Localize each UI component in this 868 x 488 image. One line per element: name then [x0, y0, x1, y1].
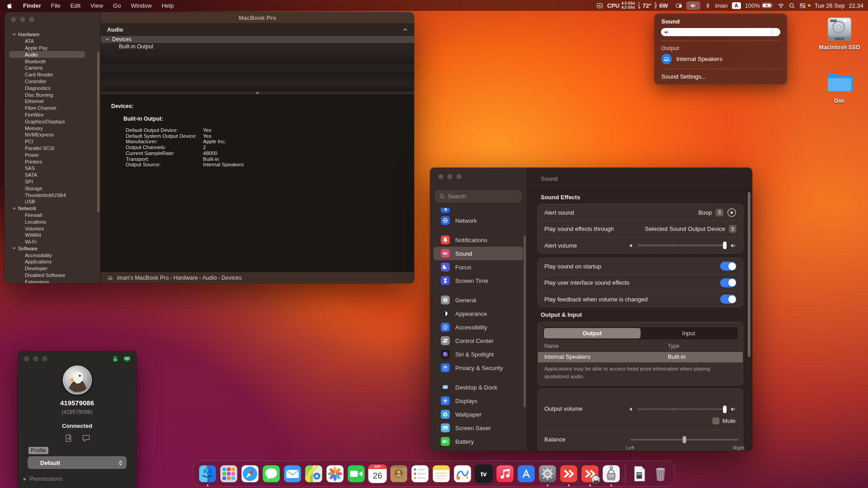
- menubar-time[interactable]: 22.34: [849, 2, 863, 9]
- sidebar-scrollbar[interactable]: [97, 52, 99, 212]
- dock-document[interactable]: [630, 465, 649, 483]
- sidebar-item-siri-spotlight[interactable]: Siri & Spotlight: [434, 347, 523, 361]
- dock-reminders[interactable]: [411, 465, 429, 483]
- window-controls[interactable]: [11, 17, 34, 22]
- dock-launchpad[interactable]: [220, 465, 238, 483]
- input-source-badge[interactable]: A: [732, 2, 741, 9]
- sysinfo-item-spi[interactable]: SPI: [5, 178, 99, 185]
- temperature-value[interactable]: 72°: [642, 2, 651, 9]
- zoom-button[interactable]: [456, 174, 462, 179]
- menu-finder[interactable]: Finder: [18, 2, 46, 9]
- zoom-button[interactable]: [29, 17, 34, 22]
- sidebar-item-sound[interactable]: Sound: [434, 247, 523, 260]
- profile-dropdown[interactable]: Default: [28, 456, 127, 469]
- slider-knob[interactable]: [683, 436, 686, 443]
- dock-freeform[interactable]: [453, 465, 472, 483]
- section-header[interactable]: Audio: [101, 23, 414, 36]
- tab-input[interactable]: Input: [641, 328, 737, 338]
- dock-mail[interactable]: [283, 465, 302, 483]
- bluetooth-icon[interactable]: [704, 2, 711, 9]
- dock-finder[interactable]: [198, 465, 217, 483]
- wifi-icon[interactable]: [778, 2, 784, 9]
- table-row-built-in-output[interactable]: Built-in Output: [101, 43, 414, 50]
- output-volume-slider[interactable]: [638, 408, 726, 410]
- chevron-up-icon[interactable]: [403, 27, 408, 32]
- sidebar-item-displays[interactable]: Displays: [434, 394, 523, 408]
- sysinfo-item-usb[interactable]: USB: [5, 198, 99, 205]
- sidebar-item-accessibility[interactable]: Accessibility: [434, 320, 523, 334]
- sysinfo-group-hardware[interactable]: Hardware: [5, 31, 99, 38]
- search-input[interactable]: Search: [435, 190, 521, 202]
- sysinfo-item-disc-burning[interactable]: Disc Burning: [5, 91, 99, 98]
- mute-checkbox[interactable]: [712, 418, 719, 424]
- sidebar-item-screen-time[interactable]: Screen Time: [434, 274, 523, 287]
- close-button[interactable]: [11, 17, 16, 22]
- sysinfo-item-fibre-channel[interactable]: Fibre Channel: [5, 105, 99, 112]
- sysinfo-group-software[interactable]: Software: [5, 245, 99, 252]
- minimize-button[interactable]: [447, 174, 453, 179]
- sysinfo-item-graphics-displays[interactable]: Graphics/Displays: [5, 118, 99, 125]
- sysinfo-item-power[interactable]: Power: [5, 151, 99, 158]
- minimize-button[interactable]: [20, 17, 25, 22]
- file-transfer-icon[interactable]: [64, 433, 73, 443]
- dock-messages[interactable]: [262, 465, 281, 483]
- window-controls[interactable]: [24, 356, 47, 361]
- sysinfo-item-ethernet[interactable]: Ethernet: [5, 98, 99, 105]
- volume-slider[interactable]: [661, 28, 780, 36]
- spotlight-search-icon[interactable]: [788, 2, 795, 9]
- sound-menu-icon[interactable]: [686, 1, 700, 10]
- table-row-devices[interactable]: Devices: [101, 36, 414, 43]
- sidebar-item-network[interactable]: Network: [434, 214, 523, 227]
- balance-slider[interactable]: [630, 439, 739, 441]
- apple-menu-icon[interactable]: [5, 2, 14, 9]
- sidebar-item-control-center[interactable]: Control Center: [434, 334, 523, 347]
- sidebar-item-desktop-dock[interactable]: Desktop & Dock: [434, 380, 523, 394]
- sysinfo-item-printers[interactable]: Printers: [5, 158, 99, 165]
- sysinfo-item-apple-pay[interactable]: Apple Pay: [5, 45, 99, 52]
- sidebar-item-appearance[interactable]: Appearance: [434, 307, 523, 320]
- sysinfo-item-ata[interactable]: ATA: [5, 38, 99, 45]
- alert-volume-slider[interactable]: [638, 244, 726, 246]
- dock-contacts[interactable]: [390, 465, 408, 483]
- sysinfo-item-locations[interactable]: Locations: [5, 218, 99, 225]
- toggle-switch[interactable]: [720, 278, 736, 287]
- sysinfo-item-card-reader[interactable]: Card Reader: [5, 71, 99, 78]
- sidebar-item-focus[interactable]: Focus: [434, 260, 523, 274]
- sidebar-item-battery[interactable]: Battery: [434, 435, 523, 448]
- sysinfo-item-accessibility[interactable]: Accessibility: [5, 252, 99, 258]
- sidebar-item-wallpaper[interactable]: Wallpaper: [434, 408, 523, 421]
- play-alert-button[interactable]: [727, 208, 736, 217]
- sysinfo-item-bluetooth[interactable]: Bluetooth: [5, 58, 99, 65]
- sysinfo-item-firewall[interactable]: Firewall: [5, 212, 99, 219]
- sysinfo-item-sas[interactable]: SAS: [5, 165, 99, 172]
- tab-output[interactable]: Output: [544, 328, 641, 338]
- desktop-icon-macintosh-ssd[interactable]: Macintosh SSD: [817, 14, 862, 51]
- dock-safari[interactable]: [241, 465, 259, 483]
- sidebar-scrollbar[interactable]: [524, 235, 526, 407]
- sysinfo-item-wi-fi[interactable]: Wi-Fi: [5, 239, 99, 245]
- sysinfo-item-nvmexpress[interactable]: NVMExpress: [5, 131, 99, 138]
- zoom-button[interactable]: [42, 356, 47, 361]
- sysinfo-item-applications[interactable]: Applications: [5, 258, 99, 265]
- device-table-row-selected[interactable]: Internal Speakers Built-in: [538, 352, 743, 362]
- sysinfo-item-memory[interactable]: Memory: [5, 125, 99, 131]
- desktop-icon-doc[interactable]: Doc: [817, 68, 862, 104]
- sysinfo-item-parallel-scsi[interactable]: Parallel SCSI: [5, 145, 99, 152]
- sysinfo-item-developer[interactable]: Developer: [5, 265, 99, 272]
- sidebar-item-privacy-security[interactable]: Privacy & Security: [434, 361, 523, 375]
- breadcrumb-item-devices[interactable]: Devices: [222, 275, 241, 281]
- battery-percent[interactable]: 100%: [745, 2, 760, 9]
- permissions-disclosure[interactable]: ▶ Permissions: [24, 475, 62, 482]
- play-through-dropdown[interactable]: [729, 225, 736, 233]
- menu-window[interactable]: Window: [126, 2, 156, 9]
- menu-help[interactable]: Help: [157, 2, 179, 9]
- content-scrollbar[interactable]: [748, 192, 750, 357]
- minimize-button[interactable]: [33, 356, 38, 361]
- dock-photos[interactable]: [326, 465, 344, 483]
- menubar-date[interactable]: Tue 26 Sep: [815, 2, 845, 9]
- dock-tv[interactable]: tv: [475, 465, 493, 483]
- chevron-down-icon[interactable]: [105, 38, 109, 42]
- sysinfo-item-sata[interactable]: SATA: [5, 172, 99, 178]
- breadcrumb-item-hardware[interactable]: Hardware: [173, 275, 198, 281]
- sysinfo-group-network[interactable]: Network: [5, 205, 99, 212]
